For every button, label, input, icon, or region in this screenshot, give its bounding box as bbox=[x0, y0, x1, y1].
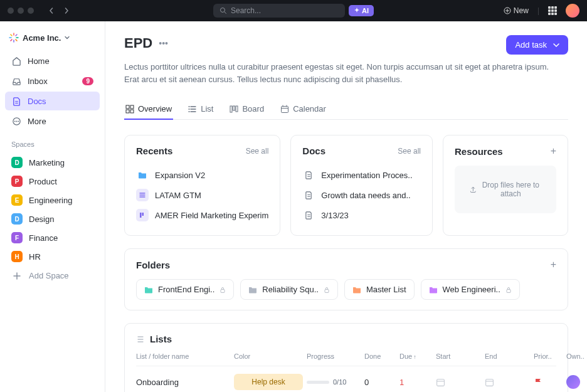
folder-chip[interactable]: Master List bbox=[344, 279, 415, 300]
docs-title: Docs bbox=[302, 146, 325, 156]
folder-label: Master List bbox=[366, 285, 406, 294]
end-date[interactable] bbox=[485, 378, 530, 387]
space-item[interactable]: FFinance bbox=[5, 228, 100, 247]
main-content: EPD ••• Add task Lectus porttitor ultric… bbox=[105, 21, 587, 392]
maximize-window-icon[interactable] bbox=[28, 8, 34, 14]
doc-item[interactable]: Experimentation Proces.. bbox=[302, 165, 421, 185]
space-item[interactable]: PProduct bbox=[5, 172, 100, 191]
col-color[interactable]: Color bbox=[234, 352, 303, 360]
space-item[interactable]: HHR bbox=[5, 247, 100, 266]
list-icon bbox=[188, 105, 197, 114]
recents-see-all[interactable]: See all bbox=[246, 147, 269, 156]
recent-item[interactable]: Expansion V2 bbox=[136, 165, 268, 185]
back-button[interactable] bbox=[45, 4, 58, 17]
inbox-badge: 9 bbox=[82, 77, 93, 85]
resources-card: Resources + Drop files here to attach bbox=[443, 135, 568, 236]
search-input[interactable]: Search... bbox=[213, 4, 345, 18]
apps-icon[interactable] bbox=[548, 6, 557, 15]
new-button[interactable]: New bbox=[504, 6, 529, 15]
table-header: List / folder name Color Progress Done D… bbox=[136, 352, 556, 366]
space-name: Engineering bbox=[29, 196, 72, 205]
nav-inbox[interactable]: Inbox 9 bbox=[5, 72, 100, 90]
tab-overview[interactable]: Overview bbox=[124, 99, 173, 120]
svg-rect-7 bbox=[130, 105, 134, 109]
drag-icon[interactable] bbox=[136, 335, 145, 344]
docs-icon bbox=[11, 96, 21, 106]
search-icon bbox=[219, 7, 227, 14]
tab-calendar[interactable]: Calendar bbox=[279, 99, 327, 120]
page-actions-button[interactable]: ••• bbox=[159, 38, 168, 48]
space-item[interactable]: DMarketing bbox=[5, 153, 100, 172]
recent-item[interactable]: LATAM GTM bbox=[136, 185, 268, 205]
add-resource-button[interactable]: + bbox=[551, 146, 556, 157]
done-count: 0 bbox=[364, 378, 396, 387]
lock-icon bbox=[324, 287, 330, 293]
nav-home[interactable]: Home bbox=[5, 51, 100, 70]
folder-chip[interactable]: FrontEnd Engi.. bbox=[136, 279, 234, 300]
close-window-icon[interactable] bbox=[8, 8, 14, 14]
tab-board[interactable]: Board bbox=[228, 99, 265, 120]
col-start[interactable]: Start bbox=[436, 352, 481, 360]
space-icon: E bbox=[11, 194, 23, 206]
recent-item[interactable]: AMER Field Marketing Experim bbox=[136, 205, 268, 225]
nav-label: Docs bbox=[28, 97, 46, 106]
home-icon bbox=[11, 56, 21, 66]
board-icon bbox=[230, 105, 238, 114]
color-chip[interactable]: Help desk bbox=[234, 374, 303, 390]
docs-see-all[interactable]: See all bbox=[398, 147, 421, 156]
docs-card: Docs See all Experimentation Proces..Gro… bbox=[290, 135, 433, 236]
drop-zone[interactable]: Drop files here to attach bbox=[455, 166, 556, 213]
user-avatar[interactable] bbox=[566, 4, 579, 18]
space-item[interactable]: EEngineering bbox=[5, 191, 100, 209]
start-date[interactable] bbox=[436, 378, 481, 387]
table-row[interactable]: Onboarding Help desk 0/10 0 1 ••• bbox=[136, 366, 556, 392]
space-name: Finance bbox=[29, 233, 58, 243]
list-icon bbox=[136, 189, 149, 201]
item-label: 3/13/23 bbox=[321, 211, 348, 220]
space-item[interactable]: DDesign bbox=[5, 209, 100, 228]
col-progress[interactable]: Progress bbox=[307, 352, 361, 360]
add-folder-button[interactable]: + bbox=[551, 259, 556, 270]
tab-list[interactable]: List bbox=[187, 99, 214, 120]
col-done[interactable]: Done bbox=[364, 352, 396, 360]
ai-button[interactable]: AI bbox=[349, 5, 374, 16]
col-priority[interactable]: Prior.. bbox=[534, 352, 563, 360]
svg-rect-8 bbox=[126, 110, 129, 113]
svg-rect-9 bbox=[130, 110, 134, 113]
folder-chip[interactable]: Reliability Squ.. bbox=[240, 279, 338, 300]
space-icon: F bbox=[11, 232, 23, 243]
col-name[interactable]: List / folder name bbox=[136, 352, 230, 360]
svg-point-4 bbox=[16, 120, 17, 122]
add-task-button[interactable]: Add task bbox=[506, 35, 568, 55]
chevron-down-icon bbox=[65, 35, 70, 40]
svg-rect-14 bbox=[233, 106, 235, 110]
svg-rect-23 bbox=[437, 379, 445, 386]
folder-icon bbox=[352, 285, 361, 294]
view-tabs: Overview List Board Calendar bbox=[124, 99, 568, 120]
col-end[interactable]: End bbox=[485, 352, 530, 360]
col-owner[interactable]: Own.. bbox=[566, 352, 587, 360]
owner-avatar[interactable] bbox=[566, 375, 580, 389]
svg-rect-15 bbox=[236, 106, 238, 112]
minimize-window-icon[interactable] bbox=[18, 8, 24, 14]
lock-icon bbox=[505, 287, 512, 293]
svg-point-11 bbox=[189, 109, 190, 110]
top-bar: Search... AI New | bbox=[0, 0, 587, 21]
doc-item[interactable]: Growth data needs and.. bbox=[302, 185, 421, 205]
space-icon: P bbox=[11, 176, 23, 187]
add-space-button[interactable]: Add Space bbox=[5, 267, 100, 284]
folders-card: Folders + FrontEnd Engi..Reliability Squ… bbox=[124, 248, 568, 310]
nav-docs[interactable]: Docs bbox=[5, 92, 100, 110]
svg-rect-16 bbox=[282, 106, 288, 112]
folder-chip[interactable]: Web Engineeri.. bbox=[421, 279, 520, 300]
col-due[interactable]: Due↑ bbox=[399, 352, 432, 360]
item-label: AMER Field Marketing Experim bbox=[155, 211, 268, 220]
space-name: Product bbox=[29, 177, 57, 186]
page-title: EPD bbox=[124, 35, 152, 51]
folders-title: Folders bbox=[136, 260, 170, 270]
forward-button[interactable] bbox=[60, 4, 73, 17]
priority-flag-icon[interactable] bbox=[534, 378, 563, 386]
nav-more[interactable]: More bbox=[5, 112, 100, 130]
doc-item[interactable]: 3/13/23 bbox=[302, 205, 421, 225]
workspace-switcher[interactable]: Acme Inc. bbox=[5, 30, 100, 45]
